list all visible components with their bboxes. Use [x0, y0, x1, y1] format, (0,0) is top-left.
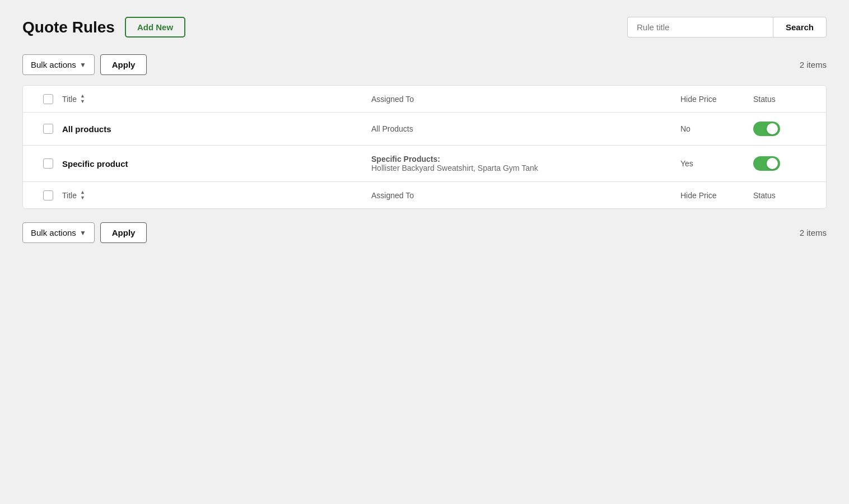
col-header-hide-price: Hide Price: [680, 95, 753, 104]
col-header-title: Title ▲ ▼: [62, 94, 371, 104]
table-header-row: Title ▲ ▼ Assigned To Hide Price Status: [23, 86, 826, 113]
sort-icon-title[interactable]: ▲ ▼: [80, 94, 85, 104]
search-input[interactable]: [627, 17, 773, 38]
header-checkbox-col: [34, 94, 62, 104]
row-2-status: [753, 156, 815, 171]
footer-col-header-title: Title ▲ ▼: [62, 190, 371, 200]
row-2-toggle-slider: [753, 156, 780, 171]
bottom-chevron-down-icon: ▼: [80, 229, 86, 237]
table-row: Specific product Specific Products: Holl…: [23, 146, 826, 182]
bulk-actions-label: Bulk actions: [31, 60, 76, 69]
row-1-status: [753, 122, 815, 136]
footer-header-checkbox-col: [34, 190, 62, 200]
bottom-bulk-actions-label: Bulk actions: [31, 228, 76, 237]
row-checkbox-col: [34, 124, 62, 134]
header-left: Quote Rules Add New: [22, 17, 185, 38]
row-1-hide-price: No: [680, 124, 753, 133]
footer-col-header-status: Status: [753, 191, 815, 200]
item-count-bottom: 2 items: [800, 228, 827, 237]
row-1-toggle-slider: [753, 122, 780, 136]
footer-sort-icon-title[interactable]: ▲ ▼: [80, 190, 85, 200]
row-2-title[interactable]: Specific product: [62, 159, 371, 169]
bottom-bulk-actions-button[interactable]: Bulk actions ▼: [22, 222, 95, 243]
row-2-toggle[interactable]: [753, 156, 780, 171]
col-header-status: Status: [753, 95, 815, 104]
quote-rules-table: Title ▲ ▼ Assigned To Hide Price Status …: [22, 85, 827, 209]
row-2-hide-price: Yes: [680, 159, 753, 168]
row-checkbox-col: [34, 158, 62, 169]
row-2-checkbox[interactable]: [43, 158, 53, 169]
top-toolbar: Bulk actions ▼ Apply 2 items: [22, 54, 827, 75]
table-row: All products All Products No: [23, 113, 826, 146]
bottom-toolbar: Bulk actions ▼ Apply 2 items: [22, 222, 827, 243]
item-count-top: 2 items: [800, 60, 827, 69]
row-1-assigned-to: All Products: [371, 124, 680, 133]
footer-col-header-hide-price: Hide Price: [680, 191, 753, 200]
search-button[interactable]: Search: [773, 17, 827, 38]
bottom-apply-button[interactable]: Apply: [100, 222, 147, 243]
apply-button[interactable]: Apply: [100, 54, 147, 75]
row-1-title[interactable]: All products: [62, 124, 371, 134]
footer-col-header-assigned-to: Assigned To: [371, 191, 680, 200]
chevron-down-icon: ▼: [80, 61, 86, 69]
page-header: Quote Rules Add New Search: [22, 17, 827, 38]
footer-select-all-checkbox[interactable]: [43, 190, 53, 200]
bottom-toolbar-left: Bulk actions ▼ Apply: [22, 222, 147, 243]
table-footer-header-row: Title ▲ ▼ Assigned To Hide Price Status: [23, 182, 826, 208]
col-header-assigned-to: Assigned To: [371, 95, 680, 104]
title-col-label: Title: [62, 95, 77, 104]
row-1-checkbox[interactable]: [43, 124, 53, 134]
row-1-toggle[interactable]: [753, 122, 780, 136]
bulk-actions-button[interactable]: Bulk actions ▼: [22, 54, 95, 75]
page-title: Quote Rules: [22, 18, 115, 36]
search-area: Search: [627, 17, 827, 38]
select-all-checkbox[interactable]: [43, 94, 53, 104]
add-new-button[interactable]: Add New: [125, 17, 185, 38]
footer-title-col-label: Title: [62, 191, 77, 200]
row-2-assigned-to: Specific Products: Hollister Backyard Sw…: [371, 155, 680, 172]
toolbar-left: Bulk actions ▼ Apply: [22, 54, 147, 75]
